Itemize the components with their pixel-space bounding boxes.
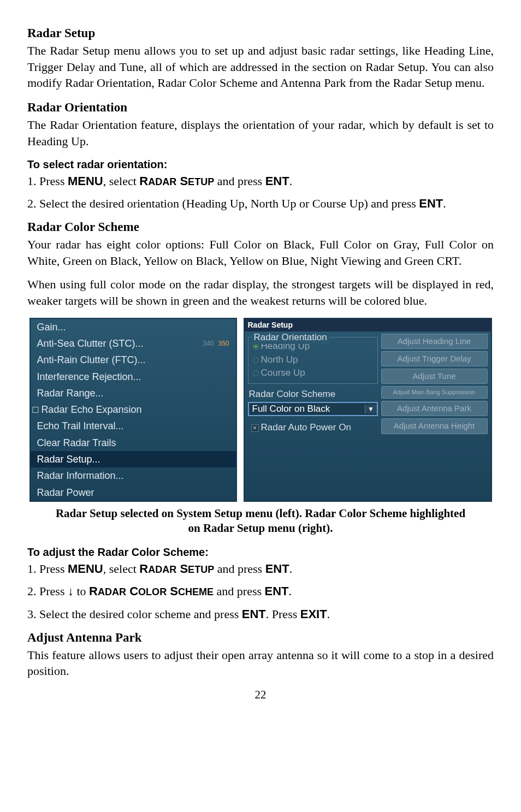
- menu-key: MENU: [68, 562, 103, 576]
- ent-key: ENT: [242, 607, 266, 621]
- step-text: , select: [103, 562, 140, 576]
- menu-item-gain[interactable]: Gain...: [31, 319, 236, 335]
- radio-dot-icon: [253, 370, 259, 376]
- adjust-heading-line-button[interactable]: Adjust Heading Line: [381, 334, 488, 349]
- radar-setup-heading: Radar Setup: [27, 25, 494, 42]
- dialog-titlebar: Radar Setup: [245, 319, 491, 331]
- menu-item-radar-echo-expansion[interactable]: □ Radar Echo Expansion: [31, 401, 236, 418]
- cap: R: [139, 174, 148, 188]
- radar-setup-key: RADAR SETUP: [139, 174, 214, 188]
- menu-item-radar-information[interactable]: Radar Information...: [31, 467, 236, 484]
- step-text: .: [289, 174, 293, 188]
- sm: CHEME: [178, 586, 214, 597]
- radio-dot-icon: [253, 357, 259, 363]
- step-text: 1. Press: [27, 562, 68, 576]
- adjust-main-bang-suppression-button[interactable]: Adjust Main Bang Suppression: [381, 386, 488, 399]
- sm: ADAR: [148, 564, 176, 575]
- rcs-step-3: 3. Select the desired color scheme and p…: [27, 606, 494, 623]
- chevron-down-icon: ▼: [365, 405, 377, 413]
- orientation-step-2: 2. Select the desired orientation (Headi…: [27, 195, 494, 212]
- exit-key: EXIT: [300, 607, 327, 621]
- sm: OLOR: [138, 586, 167, 597]
- menu-item-interference-rejection[interactable]: Interference Rejection...: [31, 369, 236, 385]
- orientation-step-1: 1. Press MENU, select RADAR SETUP and pr…: [27, 173, 494, 189]
- menu-item-anti-sea-clutter[interactable]: Anti-Sea Clutter (STC)...350340: [31, 335, 236, 352]
- cap: S: [176, 562, 188, 576]
- radar-setup-key: RADAR SETUP: [139, 562, 214, 576]
- figure-row: Gain... Anti-Sea Clutter (STC)...350340 …: [27, 318, 494, 502]
- adjust-antenna-park-paragraph: This feature allows users to adjust thei…: [27, 647, 494, 679]
- label: Radar Echo Expansion: [41, 404, 141, 415]
- figure-caption: Radar Setup selected on System Setup men…: [49, 506, 472, 536]
- radar-color-scheme-key: RADAR COLOR SCHEME: [89, 584, 214, 598]
- color-scheme-dropdown[interactable]: Full Color on Black ▼: [248, 402, 378, 416]
- system-setup-menu: Gain... Anti-Sea Clutter (STC)...350340 …: [29, 318, 237, 502]
- menu-item-radar-setup[interactable]: Radar Setup...: [31, 451, 236, 467]
- adjust-antenna-park-heading: Adjust Antenna Park: [27, 629, 494, 646]
- step-text: to: [74, 584, 89, 598]
- menu-item-clear-radar-trails[interactable]: Clear Radar Trails: [31, 435, 236, 451]
- dropdown-value: Full Color on Black: [249, 403, 365, 416]
- radar-orientation-heading: Radar Orientation: [27, 99, 494, 116]
- step-text: and press: [214, 584, 264, 598]
- down-arrow-icon: ↓: [68, 584, 74, 598]
- menu-item-echo-trail-interval[interactable]: Echo Trail Interval...: [31, 418, 236, 434]
- adjust-tune-button[interactable]: Adjust Tune: [381, 369, 488, 384]
- radio-dot-icon: [253, 343, 259, 349]
- cap: R: [139, 562, 148, 576]
- radio-course-up[interactable]: Course Up: [253, 366, 373, 380]
- step-text: , select: [103, 174, 140, 188]
- step-text: 3. Select the desired color scheme and p…: [27, 607, 242, 621]
- badge-350: 350: [218, 337, 229, 348]
- menu-key: MENU: [68, 174, 103, 188]
- radar-auto-power-checkbox[interactable]: ×Radar Auto Power On: [251, 422, 378, 434]
- step-text: and press: [214, 562, 265, 576]
- radar-setup-paragraph: The Radar Setup menu allows you to set u…: [27, 43, 494, 91]
- label: Anti-Sea Clutter (STC)...: [37, 338, 144, 349]
- step-text: 1. Press: [27, 174, 68, 188]
- cap: S: [176, 174, 188, 188]
- step-text: 2. Select the desired orientation (Headi…: [27, 197, 419, 210]
- radar-orientation-paragraph: The Radar Orientation feature, displays …: [27, 117, 494, 149]
- fieldset-legend: Radar Orientation: [252, 331, 329, 344]
- step-text: .: [289, 562, 293, 576]
- ent-key: ENT: [265, 562, 289, 576]
- menu-item-anti-rain-clutter[interactable]: Anti-Rain Clutter (FTC)...: [31, 352, 236, 368]
- ent-key: ENT: [265, 584, 289, 598]
- adjust-rcs-subheading: To adjust the Radar Color Scheme:: [27, 545, 494, 560]
- select-orientation-subheading: To select radar orientation:: [27, 157, 494, 172]
- rcs-paragraph-2: When using full color mode on the radar …: [27, 276, 494, 309]
- menu-item-radar-power[interactable]: Radar Power: [31, 484, 236, 501]
- sm: ETUP: [188, 564, 214, 575]
- step-text: and press: [214, 174, 265, 188]
- cap: S: [167, 584, 178, 598]
- sm: ADAR: [148, 176, 176, 187]
- radar-orientation-fieldset: Radar Orientation Heading Up North Up Co…: [248, 337, 378, 384]
- radar-color-scheme-heading: Radar Color Scheme: [27, 218, 494, 235]
- sm: ETUP: [188, 176, 214, 187]
- radar-color-scheme-label: Radar Color Scheme: [249, 388, 378, 401]
- checkbox-icon: ×: [251, 424, 259, 432]
- adjust-trigger-delay-button[interactable]: Adjust Trigger Delay: [381, 351, 488, 366]
- radio-north-up[interactable]: North Up: [253, 353, 373, 367]
- adjust-antenna-park-button[interactable]: Adjust Antenna Park: [381, 401, 488, 416]
- ent-key: ENT: [419, 197, 443, 210]
- cap: C: [126, 584, 138, 598]
- page-number: 22: [27, 687, 494, 702]
- radar-setup-dialog: Radar Setup Radar Orientation Heading Up…: [244, 318, 492, 502]
- step-text: .: [327, 607, 330, 621]
- label: North Up: [261, 354, 298, 365]
- rcs-step-1: 1. Press MENU, select RADAR SETUP and pr…: [27, 561, 494, 577]
- label: Radar Auto Power On: [261, 422, 351, 432]
- step-text: 2. Press: [27, 584, 68, 598]
- ent-key: ENT: [265, 174, 289, 188]
- menu-item-radar-range[interactable]: Radar Range...: [31, 385, 236, 401]
- rcs-step-2: 2. Press ↓ to RADAR COLOR SCHEME and pre…: [27, 583, 494, 600]
- cap: R: [89, 584, 98, 598]
- label: Course Up: [261, 368, 305, 378]
- adjust-antenna-height-button[interactable]: Adjust Antenna Height: [381, 418, 488, 434]
- badge-340: 340: [203, 337, 214, 348]
- rcs-paragraph-1: Your radar has eight color options: Full…: [27, 236, 494, 269]
- sm: ADAR: [98, 586, 126, 597]
- step-text: . Press: [266, 607, 300, 621]
